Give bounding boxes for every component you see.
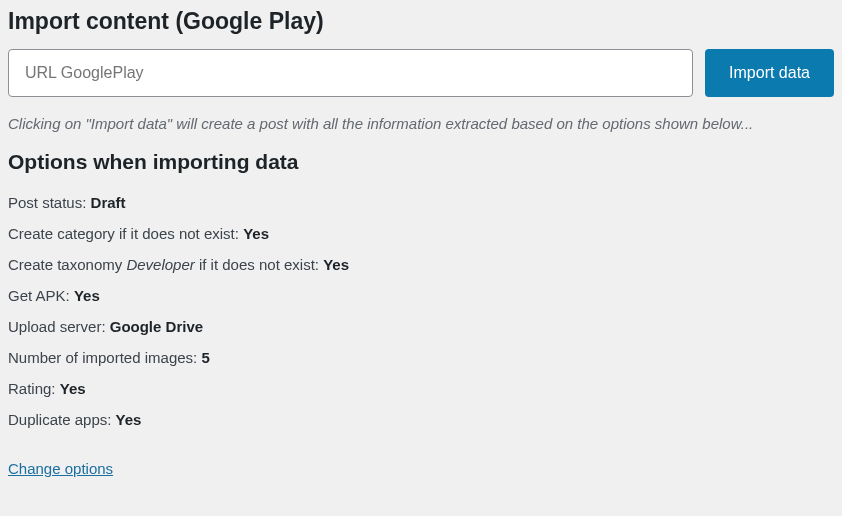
import-form-row: Import data bbox=[8, 49, 834, 97]
option-upload-server-label: Upload server: bbox=[8, 318, 110, 335]
option-get-apk-label: Get APK: bbox=[8, 287, 74, 304]
options-heading: Options when importing data bbox=[8, 150, 834, 174]
change-options-link[interactable]: Change options bbox=[8, 460, 113, 477]
option-post-status-value: Draft bbox=[91, 194, 126, 211]
page-title: Import content (Google Play) bbox=[8, 8, 834, 35]
option-get-apk-value: Yes bbox=[74, 287, 100, 304]
import-data-button[interactable]: Import data bbox=[705, 49, 834, 97]
option-create-category: Create category if it does not exist: Ye… bbox=[8, 223, 834, 244]
option-create-category-label: Create category if it does not exist: bbox=[8, 225, 243, 242]
option-num-images-label: Number of imported images: bbox=[8, 349, 201, 366]
import-hint-text: Clicking on "Import data" will create a … bbox=[8, 115, 834, 132]
option-create-taxonomy-value: Yes bbox=[323, 256, 349, 273]
option-create-taxonomy-pre: Create taxonomy bbox=[8, 256, 126, 273]
option-create-category-value: Yes bbox=[243, 225, 269, 242]
option-get-apk: Get APK: Yes bbox=[8, 285, 834, 306]
option-upload-server: Upload server: Google Drive bbox=[8, 316, 834, 337]
option-create-taxonomy-name: Developer bbox=[126, 256, 194, 273]
option-num-images-value: 5 bbox=[201, 349, 209, 366]
url-googleplay-input[interactable] bbox=[8, 49, 693, 97]
option-create-taxonomy: Create taxonomy Developer if it does not… bbox=[8, 254, 834, 275]
option-upload-server-value: Google Drive bbox=[110, 318, 203, 335]
option-rating-label: Rating: bbox=[8, 380, 60, 397]
option-post-status-label: Post status: bbox=[8, 194, 91, 211]
option-duplicate-apps-label: Duplicate apps: bbox=[8, 411, 116, 428]
option-duplicate-apps: Duplicate apps: Yes bbox=[8, 409, 834, 430]
option-rating-value: Yes bbox=[60, 380, 86, 397]
option-post-status: Post status: Draft bbox=[8, 192, 834, 213]
option-duplicate-apps-value: Yes bbox=[116, 411, 142, 428]
option-rating: Rating: Yes bbox=[8, 378, 834, 399]
option-create-taxonomy-post: if it does not exist: bbox=[195, 256, 323, 273]
option-num-images: Number of imported images: 5 bbox=[8, 347, 834, 368]
